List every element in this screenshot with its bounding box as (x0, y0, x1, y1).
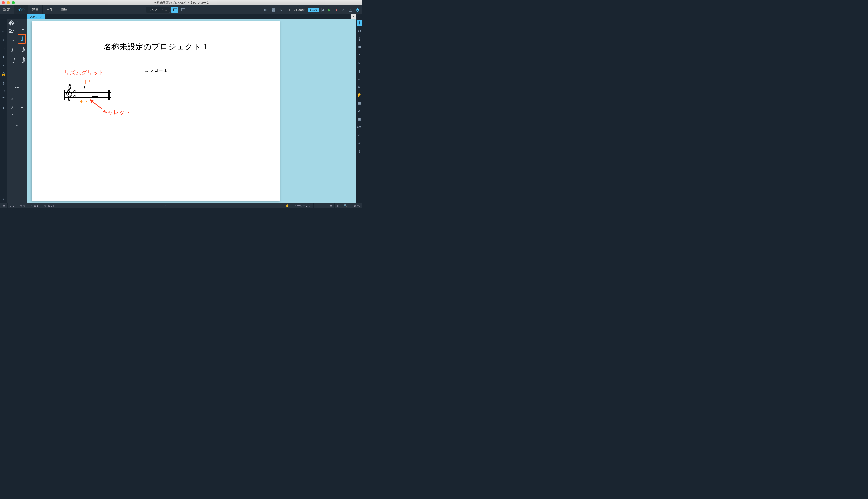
rest-tool-icon[interactable]: 𝄽 (1, 88, 7, 94)
tab-play[interactable]: 再生 (43, 5, 57, 14)
record-button[interactable]: ● (333, 7, 340, 13)
status-spacer: ⌃ (57, 203, 275, 208)
status-mouse-icon[interactable]: ▭ (0, 203, 8, 208)
holds-panel-icon[interactable]: 𝄐 (357, 76, 362, 82)
repeats-panel-icon[interactable]: ∞ (357, 84, 362, 90)
zoom-icon[interactable]: 🔍 (342, 203, 350, 208)
key-signature-panel-icon[interactable]: ♯♯ (357, 28, 362, 34)
svg-point-6 (272, 11, 273, 11)
staccato-button[interactable]: · (18, 96, 26, 102)
marquee-select-icon[interactable]: ⬚ (275, 203, 283, 208)
quarter-note-button[interactable]: ♩ (18, 34, 26, 44)
annotation-rhythm-grid-box (74, 79, 108, 86)
view-vertical-icon[interactable]: ▯ (335, 203, 342, 208)
playing-techniques-panel-icon[interactable]: 👂 (357, 92, 362, 98)
staccatissimo-button[interactable]: ˊ (9, 112, 16, 119)
power-button[interactable]: ⏻ (354, 7, 360, 13)
window-title: 名称未設定のプロジェクト 1 の フロー 1 (154, 1, 209, 5)
accent-button[interactable]: ＞ (9, 96, 16, 102)
sixteenth-note-button[interactable]: 𝅘𝅥𝅯 (18, 45, 26, 54)
status-note-input-icon[interactable]: ♪ ⌄ (8, 203, 17, 208)
breve-note-button[interactable]: �악 (9, 23, 16, 33)
tie-tool-icon[interactable]: ⁀ (1, 97, 7, 102)
close-window-button[interactable] (2, 1, 5, 4)
tuplet-icon[interactable]: ⁓ (1, 29, 7, 34)
dotted-note-icon[interactable]: ♩. (1, 21, 7, 26)
view-horizontal-icon[interactable]: ▭ (327, 203, 335, 208)
eighth-note-button[interactable]: ♪ (9, 45, 16, 54)
page-view-button[interactable] (171, 7, 178, 13)
hand-tool-icon[interactable]: ✋ (283, 203, 292, 208)
insert-mode-icon[interactable]: ⵊ (1, 54, 7, 60)
view-single-icon[interactable]: ▫▫ (313, 203, 321, 208)
tempo-panel-icon[interactable]: ♩= (357, 44, 362, 50)
app-body: ♩. ⁓ ♪ ♫ ⵊ ✂ 🔒 𝄞 𝄽 ⁀ ➤ ‹ ⌃ �악 𝅝 𝅗𝅥 ♩ ♪ 𝅘… (0, 19, 362, 203)
annotation-rhythm-grid-label: リズムグリッド (64, 69, 104, 76)
clef-panel-icon[interactable]: 𝄞 (357, 21, 362, 26)
ornaments-panel-icon[interactable]: ∿ (357, 60, 362, 66)
tab-engrave[interactable]: 浄書 (28, 5, 43, 14)
sixtyfourth-note-button[interactable]: 𝅘𝅥𝅱 (18, 56, 26, 65)
tempo-display[interactable]: ♩ 120 (308, 8, 319, 12)
view-menu[interactable]: ページビ... ⌄ (292, 203, 313, 208)
chord-mode-icon[interactable]: ♫ (1, 46, 7, 51)
galley-view-button[interactable] (180, 7, 187, 13)
tempo-value: 120 (312, 8, 317, 12)
tab-print[interactable]: 印刷 (57, 5, 71, 14)
marcato-button[interactable]: ∧ (9, 104, 16, 111)
rehearsal-marks-panel-icon[interactable]: ▣ (357, 116, 362, 122)
expand-bottom-panel-icon[interactable]: ⌃ (165, 204, 167, 207)
orange-note-1-icon: ♦ (80, 98, 83, 104)
time-signature-panel-icon[interactable]: 34 (357, 36, 362, 42)
minimize-window-button[interactable] (7, 1, 10, 4)
lyrics-panel-icon[interactable]: abc (357, 124, 362, 130)
half-note-button[interactable]: 𝅗𝅥 (9, 34, 16, 44)
natural-button[interactable]: ♮ (9, 72, 16, 79)
lock-icon[interactable]: 🔒 (1, 71, 7, 77)
grace-note-icon[interactable]: ♪ (1, 37, 7, 43)
score-viewport[interactable]: 名称未設定のプロジェクト 1 1. フロー 1 リズムグリッド (27, 19, 356, 203)
chord-symbols-panel-icon[interactable]: C⁷ (357, 140, 362, 146)
layout-tab-fullscore[interactable]: フルスコア (27, 14, 45, 19)
flat-button[interactable]: ♭ (18, 72, 26, 79)
lines-panel-icon[interactable]: ▦ (357, 100, 362, 106)
layout-tab-strip: フルスコア + (0, 14, 362, 19)
play-button[interactable]: ▶ (326, 7, 332, 13)
figured-bass-panel-icon[interactable]: 53 (357, 148, 362, 154)
stress-button[interactable]: ' (18, 112, 26, 119)
thirtysecond-note-button[interactable]: 𝅘𝅥𝅰 (9, 56, 16, 65)
zoom-level[interactable]: 200% (350, 203, 362, 208)
mixer-icon[interactable] (270, 7, 277, 13)
video-icon[interactable]: ⊕ (262, 7, 269, 13)
metronome-button[interactable]: △ (347, 7, 354, 13)
music-staff[interactable]: 𝄞 44 𝄽 ▬ ♦ ♩ (64, 90, 111, 100)
dynamics-panel-icon[interactable]: f (357, 52, 362, 58)
divider (9, 82, 26, 82)
click-button[interactable]: ⌂ (341, 7, 346, 13)
slur-button[interactable]: ⁓ (10, 84, 24, 91)
clef-tool-icon[interactable]: 𝄞 (1, 80, 7, 85)
transport-panel-icon[interactable]: ↳ (278, 7, 285, 13)
tab-write[interactable]: 記譜 (14, 5, 28, 14)
select-tool-icon[interactable]: ➤ (1, 105, 7, 111)
right-collapse-button[interactable]: › (359, 198, 360, 200)
left-collapse-button[interactable]: ‹ (3, 198, 4, 200)
title-bar: 名称未設定のプロジェクト 1 の フロー 1 (0, 0, 362, 5)
bars-panel-icon[interactable]: ‖ (357, 68, 362, 74)
annotation-caret-label: キャレット (102, 109, 131, 116)
layout-selector[interactable]: フルスコア (146, 7, 170, 13)
fermata-button[interactable]: ⌣ (13, 122, 21, 129)
maximize-window-button[interactable] (12, 1, 15, 4)
scissors-icon[interactable]: ✂ (1, 63, 7, 68)
notes-chevron-down[interactable]: ⌄ (9, 67, 26, 70)
add-layout-button[interactable]: + (352, 14, 356, 19)
text-panel-icon[interactable]: A (357, 108, 362, 114)
status-transposition[interactable]: 実音 (17, 203, 28, 208)
tempo-note-icon: ♩ (310, 8, 311, 12)
tenuto-button[interactable]: – (18, 104, 26, 111)
whole-note-button[interactable]: 𝅝 (18, 23, 26, 33)
voice-panel-icon[interactable]: v1 (357, 132, 362, 137)
tab-setup[interactable]: 設定 (0, 5, 14, 14)
view-spread-icon[interactable]: ▫ (321, 203, 327, 208)
rewind-button[interactable]: |◀ (320, 7, 325, 13)
